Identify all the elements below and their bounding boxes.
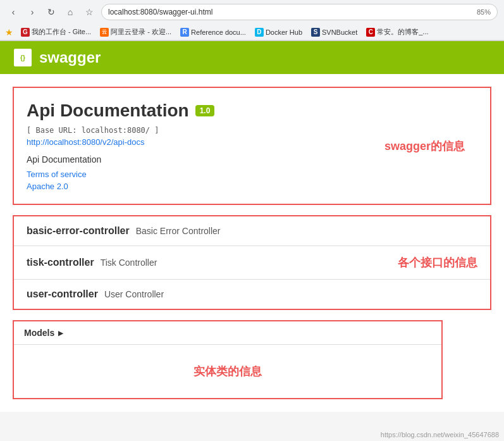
- controllers-section: basic-error-controller Basic Error Contr…: [13, 215, 491, 310]
- tisk-controller-name: tisk-controller: [27, 257, 94, 268]
- version-badge: 1.0: [195, 105, 215, 116]
- ref-icon: R: [180, 28, 189, 37]
- bookmark-csdn[interactable]: C 常安。的博客_...: [364, 26, 431, 38]
- models-header[interactable]: Models ▶: [14, 321, 441, 345]
- swagger-header: {} swagger: [0, 41, 504, 74]
- terms-of-service-link[interactable]: Terms of service: [27, 170, 477, 179]
- models-body: 实体类的信息: [14, 345, 441, 398]
- controller-item-tisk[interactable]: tisk-controller Tisk Controller 各个接口的信息: [14, 246, 490, 280]
- swagger-title: swagger: [39, 49, 101, 66]
- bookmark-item[interactable]: G 我的工作台 - Gite...: [18, 26, 94, 38]
- bookmark-svn[interactable]: S SVNBucket: [309, 27, 360, 38]
- basic-error-controller-name: basic-error-controller: [27, 225, 130, 237]
- bookmarks-star-icon: ★: [5, 27, 13, 37]
- swagger-logo-text: {}: [20, 54, 25, 61]
- user-controller-name: user-controller: [27, 289, 98, 300]
- models-annotation: 实体类的信息: [194, 364, 262, 379]
- bookmark-docker[interactable]: D Docker Hub: [252, 27, 305, 38]
- url-text: localhost:8080/swagger-ui.html: [108, 8, 212, 16]
- api-description: Api Documentation: [27, 154, 477, 165]
- tisk-controller-desc: Tisk Controller: [101, 258, 157, 268]
- models-section: Models ▶ 实体类的信息: [13, 320, 443, 399]
- gitee-icon: G: [21, 28, 30, 37]
- bookmarks-bar: ★ G 我的工作台 - Gite... 云 阿里云登录 - 欢迎... R Re…: [0, 24, 504, 40]
- address-bar[interactable]: localhost:8080/swagger-ui.html 85%: [101, 4, 498, 20]
- api-title-row: Api Documentation 1.0: [27, 101, 477, 121]
- reload-button[interactable]: ↻: [44, 5, 58, 19]
- api-info-section: Api Documentation 1.0 [ Base URL: localh…: [13, 87, 491, 205]
- browser-toolbar: ‹ › ↻ ⌂ ☆ localhost:8080/swagger-ui.html…: [0, 0, 504, 24]
- star-button[interactable]: ☆: [82, 5, 96, 19]
- api-title: Api Documentation: [27, 101, 189, 121]
- apache-license-link[interactable]: Apache 2.0: [27, 182, 477, 191]
- browser-chrome: ‹ › ↻ ⌂ ☆ localhost:8080/swagger-ui.html…: [0, 0, 504, 41]
- basic-error-controller-desc: Basic Error Controller: [136, 226, 221, 236]
- home-button[interactable]: ⌂: [63, 5, 77, 19]
- page-content: Api Documentation 1.0 [ Base URL: localh…: [0, 74, 504, 412]
- back-button[interactable]: ‹: [6, 5, 20, 19]
- base-url: [ Base URL: localhost:8080/ ]: [27, 126, 477, 135]
- aliyun-icon: 云: [100, 28, 109, 37]
- bookmark-ref[interactable]: R Reference docu...: [178, 27, 249, 38]
- docker-icon: D: [255, 28, 264, 37]
- models-chevron-icon: ▶: [58, 330, 63, 337]
- models-title: Models: [24, 328, 54, 338]
- swagger-logo: {}: [13, 47, 33, 68]
- controllers-annotation: 各个接口的信息: [398, 255, 477, 270]
- forward-button[interactable]: ›: [25, 5, 39, 19]
- zoom-level: 85%: [477, 8, 491, 16]
- svn-icon: S: [311, 28, 320, 37]
- controller-item-basic-error[interactable]: basic-error-controller Basic Error Contr…: [14, 216, 490, 246]
- bookmark-aliyun[interactable]: 云 阿里云登录 - 欢迎...: [97, 26, 174, 38]
- controller-item-user[interactable]: user-controller User Controller: [14, 280, 490, 309]
- csdn-icon: C: [366, 28, 375, 37]
- info-annotation: swagger的信息: [384, 139, 465, 154]
- user-controller-desc: User Controller: [104, 289, 164, 299]
